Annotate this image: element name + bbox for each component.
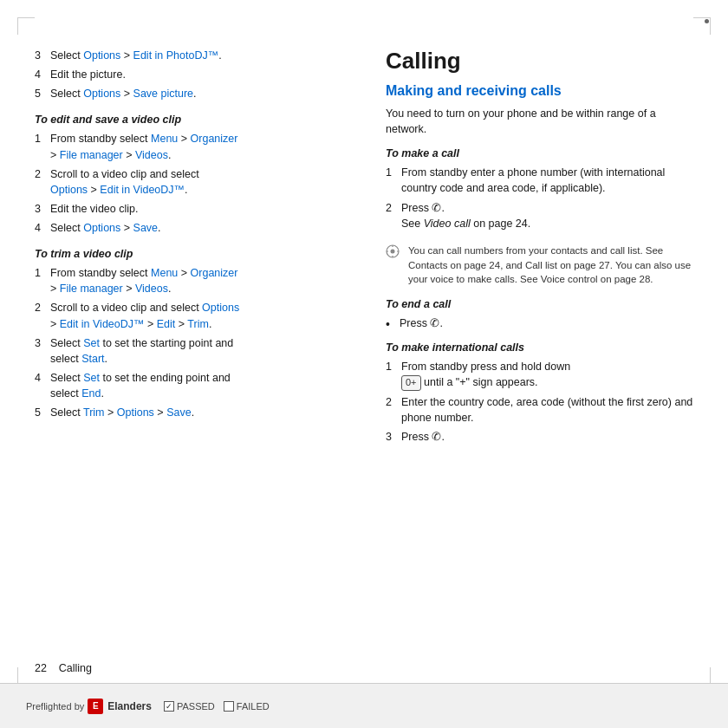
- list-item: 4 Edit the picture.: [35, 67, 342, 82]
- passed-badge: PASSED: [164, 701, 215, 712]
- footer: Preflighted by E Elanders PASSED FAILED: [0, 683, 728, 728]
- list-item: 3 Edit the video clip.: [35, 201, 342, 217]
- call-icon: ✆: [432, 200, 441, 217]
- list-item: 3 Select Options > Edit in PhotoDJ™.: [35, 48, 342, 63]
- list-trim-video: 1 From standby select Menu > Organizer> …: [35, 265, 342, 420]
- main-heading: Calling: [386, 48, 693, 75]
- subsection-intl-calls-title: To make international calls: [386, 341, 693, 354]
- page-label: Calling: [59, 662, 92, 674]
- passed-checkbox: [164, 701, 174, 712]
- failed-checkbox: [224, 701, 234, 712]
- list-item: 5 Select Options > Save picture.: [35, 86, 342, 101]
- list-intl-calls: 1 From standby press and hold down0+ unt…: [386, 359, 693, 445]
- list-item: 1 From standby press and hold down0+ unt…: [386, 359, 693, 391]
- failed-label: FAILED: [237, 701, 270, 712]
- subsection-end-call-title: To end a call: [386, 298, 693, 310]
- failed-badge: FAILED: [224, 701, 270, 712]
- list-item: 3 Press ✆.: [386, 429, 693, 445]
- elanders-logo-icon: E: [88, 699, 103, 714]
- tip-text: You can call numbers from your contacts …: [408, 244, 693, 285]
- tip-icon: [386, 244, 405, 262]
- list-item: 2 Scroll to a video clip and select Opti…: [35, 300, 342, 331]
- footer-brand: E Elanders: [88, 699, 152, 714]
- corner-dot: [705, 19, 709, 23]
- zero-plus-key: 0+: [401, 375, 421, 391]
- svg-point-1: [391, 250, 395, 254]
- corner-mark-bl: [17, 667, 35, 685]
- list-end-call: • Press ✆.: [386, 315, 693, 333]
- end-call-icon: ✆: [430, 315, 439, 332]
- right-column: Calling Making and receiving calls You n…: [377, 48, 693, 676]
- subsection-trim-video-title: To trim a video clip: [35, 248, 342, 260]
- lightbulb-icon: [386, 244, 400, 258]
- list-item: 4 Select Set to set the ending point and…: [35, 370, 342, 401]
- list-item: 1 From standby select Menu > Organizer> …: [35, 265, 342, 296]
- list-top: 3 Select Options > Edit in PhotoDJ™. 4 E…: [35, 48, 342, 101]
- page: 3 Select Options > Edit in PhotoDJ™. 4 E…: [0, 0, 728, 728]
- elanders-name: Elanders: [107, 700, 152, 712]
- passed-label: PASSED: [177, 701, 215, 712]
- call-icon-intl: ✆: [432, 429, 441, 445]
- content-area: 3 Select Options > Edit in PhotoDJ™. 4 E…: [35, 48, 693, 676]
- list-edit-video: 1 From standby select Menu > Organizer> …: [35, 131, 342, 236]
- list-item: 2 Scroll to a video clip and selectOptio…: [35, 166, 342, 198]
- subsection-edit-video-title: To edit and save a video clip: [35, 114, 342, 126]
- page-number: 22: [35, 662, 47, 674]
- list-item: • Press ✆.: [386, 315, 693, 333]
- sub-heading: Making and receiving calls: [386, 83, 693, 99]
- footer-left: Preflighted by E Elanders PASSED FAILED: [26, 699, 270, 714]
- corner-mark-tl: [17, 17, 35, 35]
- list-item: 4 Select Options > Save.: [35, 220, 342, 236]
- list-make-call: 1 From standby enter a phone number (wit…: [386, 165, 693, 231]
- list-item: 5 Select Trim > Options > Save.: [35, 405, 342, 420]
- list-item: 1 From standby select Menu > Organizer> …: [35, 131, 342, 162]
- list-item: 2 Enter the country code, area code (wit…: [386, 394, 693, 426]
- subsection-make-call-title: To make a call: [386, 147, 693, 159]
- left-column: 3 Select Options > Edit in PhotoDJ™. 4 E…: [35, 48, 351, 676]
- list-item: 3 Select Set to set the starting point a…: [35, 335, 342, 367]
- corner-mark-br: [693, 667, 711, 685]
- intro-text: You need to turn on your phone and be wi…: [386, 106, 693, 137]
- preflighted-text: Preflighted by: [26, 701, 84, 712]
- list-item: 2 Press ✆.See Video call on page 24.: [386, 200, 693, 232]
- page-number-area: 22 Calling: [35, 662, 92, 674]
- tip-box: You can call numbers from your contacts …: [386, 244, 693, 285]
- list-item: 1 From standby enter a phone number (wit…: [386, 165, 693, 196]
